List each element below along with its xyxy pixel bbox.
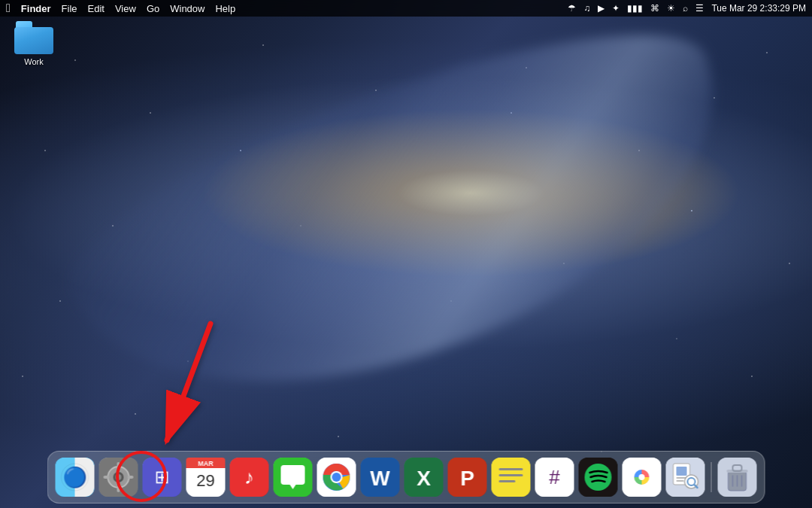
svg-text:P: P xyxy=(460,467,474,490)
dropbox-icon[interactable]: ☂ xyxy=(568,3,576,14)
wifi-icon[interactable]: ⌘ xyxy=(650,3,659,14)
svg-rect-39 xyxy=(499,468,523,470)
svg-rect-38 xyxy=(492,458,531,497)
svg-rect-51 xyxy=(677,467,687,476)
menubar-app-name[interactable]: Finder xyxy=(21,3,51,14)
svg-point-48 xyxy=(639,474,645,480)
dock-item-photos[interactable] xyxy=(623,458,662,497)
music-icon[interactable]: ♫ xyxy=(583,3,590,14)
svg-rect-40 xyxy=(499,474,523,476)
menubar-go[interactable]: Go xyxy=(147,3,159,14)
dock-separator xyxy=(711,462,712,492)
dock-item-spotify[interactable] xyxy=(579,458,618,497)
menubar-left:  Finder File Edit View Go Window Help xyxy=(6,2,235,15)
finder-icon: 🔵 xyxy=(63,466,87,489)
dock-item-word[interactable]: W xyxy=(361,458,400,497)
dock-item-trash[interactable] xyxy=(718,458,757,497)
dock-item-finder[interactable]: 🔵 xyxy=(56,458,95,497)
svg-text:29: 29 xyxy=(196,471,214,490)
annotation-arrow xyxy=(135,316,256,467)
folder-icon xyxy=(14,21,53,54)
svg-rect-16 xyxy=(104,476,110,479)
svg-rect-41 xyxy=(499,480,516,482)
menubar-view[interactable]: View xyxy=(115,3,136,14)
svg-rect-53 xyxy=(677,480,684,482)
dock-item-messages[interactable] xyxy=(274,458,313,497)
dock-item-powerpoint[interactable]: P xyxy=(448,458,487,497)
search-icon[interactable]: ⌕ xyxy=(683,3,688,14)
folder-label: Work xyxy=(24,57,43,67)
svg-point-31 xyxy=(332,473,341,482)
menubar:  Finder File Edit View Go Window Help ☂… xyxy=(0,0,812,17)
menubar-window[interactable]: Window xyxy=(170,3,205,14)
battery-icon[interactable]: ▮▮▮ xyxy=(627,3,643,14)
folder-body xyxy=(14,27,53,54)
svg-text:W: W xyxy=(370,467,390,490)
svg-point-45 xyxy=(585,464,612,491)
dock-item-preview[interactable] xyxy=(666,458,705,497)
brightness-icon[interactable]: ☀ xyxy=(667,3,675,14)
clock: Tue Mar 29 2:33:29 PM xyxy=(711,3,806,14)
svg-text:#: # xyxy=(549,466,560,488)
work-folder[interactable]: Work xyxy=(8,21,60,67)
menubar-file[interactable]: File xyxy=(62,3,77,14)
dock-item-chrome[interactable] xyxy=(317,458,356,497)
dock-item-notes[interactable] xyxy=(492,458,531,497)
dock-item-excel[interactable]: X xyxy=(404,458,444,497)
menubar-right: ☂ ♫ ▶ ✦ ▮▮▮ ⌘ ☀ ⌕ ☰ Tue Mar 29 2:33:29 P… xyxy=(568,3,806,14)
svg-text:X: X xyxy=(417,467,431,490)
bluetooth-icon[interactable]: ✦ xyxy=(612,3,620,14)
dock-item-slack[interactable]: # xyxy=(535,458,574,497)
menubar-help[interactable]: Help xyxy=(215,3,235,14)
annotation-circle xyxy=(116,451,167,502)
menubar-edit[interactable]: Edit xyxy=(88,3,105,14)
svg-text:♪: ♪ xyxy=(244,466,254,488)
svg-line-1 xyxy=(167,324,211,440)
notification-icon[interactable]: ☰ xyxy=(695,3,704,14)
volume-icon[interactable]: ▶ xyxy=(598,3,604,14)
apple-menu[interactable]:  xyxy=(6,2,11,15)
